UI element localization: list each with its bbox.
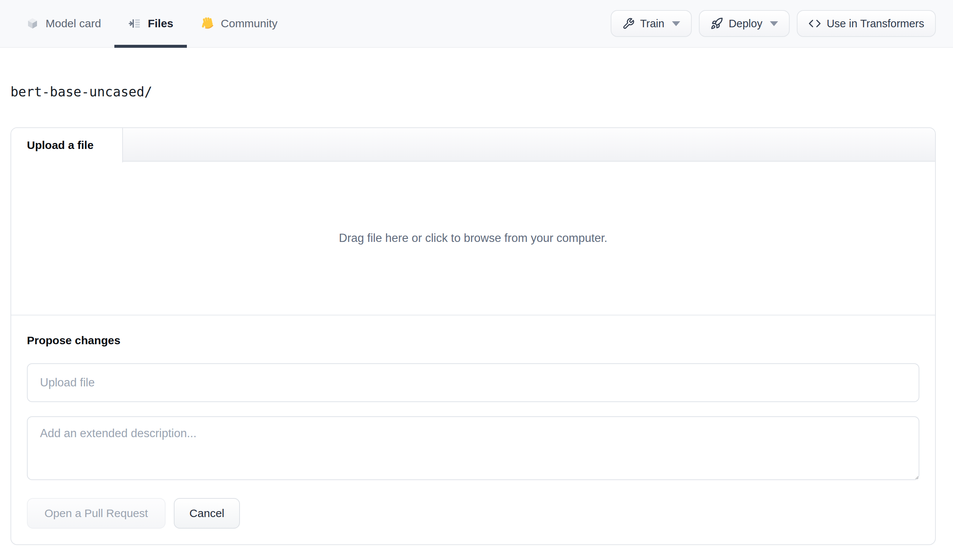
wrench-icon (622, 17, 635, 30)
tab-community-label: Community (221, 17, 278, 30)
waving-hand-icon (200, 16, 214, 31)
code-icon (809, 17, 821, 30)
upload-a-file-tab[interactable]: Upload a file (11, 128, 123, 162)
train-button-label: Train (640, 17, 664, 30)
propose-actions-row: Open a Pull Request Cancel (27, 498, 919, 529)
extended-description-textarea[interactable] (27, 416, 919, 480)
chevron-down-icon (770, 21, 778, 26)
cube-icon (26, 17, 39, 30)
files-tree-icon (128, 17, 141, 30)
use-in-transformers-label: Use in Transformers (827, 17, 924, 30)
upload-card-tabbar: Upload a file (11, 128, 935, 162)
upload-a-file-tab-label: Upload a file (27, 139, 93, 152)
dropzone-hint-text: Drag file here or click to browse from y… (339, 232, 607, 245)
tab-files[interactable]: Files (114, 0, 186, 47)
tab-model-card[interactable]: Model card (12, 0, 114, 47)
breadcrumb[interactable]: bert-base-uncased/ (11, 84, 152, 99)
upload-filename-input[interactable] (27, 363, 919, 402)
header-actions: Train Deploy Use in Tr (611, 0, 936, 47)
chevron-down-icon (672, 21, 680, 26)
repo-header: Model card Files (0, 0, 953, 48)
propose-changes-heading: Propose changes (27, 334, 919, 347)
train-button[interactable]: Train (611, 10, 692, 37)
deploy-button[interactable]: Deploy (699, 10, 790, 37)
cancel-button[interactable]: Cancel (174, 498, 240, 529)
use-in-transformers-button[interactable]: Use in Transformers (797, 10, 936, 37)
propose-changes-section: Propose changes Open a Pull Request Canc… (11, 334, 935, 529)
tab-model-card-label: Model card (46, 17, 101, 30)
repo-tabs: Model card Files (12, 0, 291, 47)
tab-files-label: Files (147, 17, 173, 30)
upload-card: Upload a file Drag file here or click to… (11, 127, 936, 545)
file-dropzone[interactable]: Drag file here or click to browse from y… (11, 162, 935, 316)
tab-community[interactable]: Community (187, 0, 291, 47)
open-pull-request-button[interactable]: Open a Pull Request (27, 498, 166, 529)
rocket-icon (711, 17, 723, 30)
deploy-button-label: Deploy (729, 17, 762, 30)
